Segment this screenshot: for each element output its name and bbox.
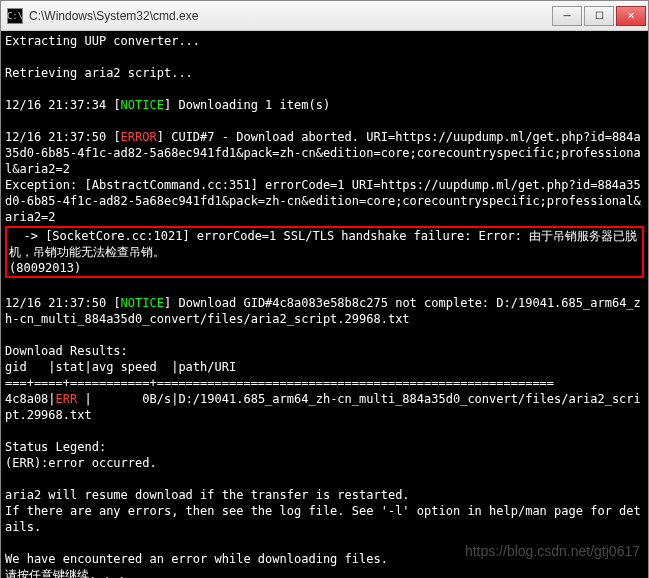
terminal-output[interactable]: Extracting UUP converter... Retrieving a…	[1, 31, 648, 578]
row-rest: | 0B/s|D:/19041.685_arm64_zh-cn_multi_88…	[5, 392, 641, 422]
press-any-key: 请按任意键继续. . .	[5, 568, 132, 578]
exception-msg: Exception: [AbstractCommand.cc:351] erro…	[5, 178, 641, 224]
cmd-window: C:\ C:\Windows\System32\cmd.exe ─ ☐ ✕ Ex…	[0, 0, 649, 578]
resume-msg: aria2 will resume download if the transf…	[5, 488, 410, 502]
watermark: https://blog.csdn.net/gtj0617	[465, 543, 640, 559]
notice-tag: NOTICE	[121, 98, 164, 112]
ssl-error-msg: -> [SocketCore.cc:1021] errorCode=1 SSL/…	[9, 229, 637, 275]
line-extract: Extracting UUP converter...	[5, 34, 200, 48]
encountered-error-msg: We have encountered an error while downl…	[5, 552, 388, 566]
window-title: C:\Windows\System32\cmd.exe	[29, 9, 552, 23]
timestamp: 12/16 21:37:50	[5, 296, 106, 310]
line-retrieve: Retrieving aria2 script...	[5, 66, 193, 80]
error-tag: ERROR	[121, 130, 157, 144]
status-legend: Status Legend:	[5, 440, 106, 454]
log-hint-msg: If there are any errors, then see the lo…	[5, 504, 641, 534]
ssl-error-highlight: -> [SocketCore.cc:1021] errorCode=1 SSL/…	[5, 226, 644, 278]
download-results-header: Download Results:	[5, 344, 128, 358]
separator: ===+====+===========+===================…	[5, 376, 554, 390]
app-icon: C:\	[7, 8, 23, 24]
notice-tag: NOTICE	[121, 296, 164, 310]
download-results-columns: gid |stat|avg speed |path/URI	[5, 360, 236, 374]
err-legend: (ERR):error occurred.	[5, 456, 157, 470]
timestamp: 12/16 21:37:34	[5, 98, 106, 112]
close-button[interactable]: ✕	[616, 6, 646, 26]
download-msg: Downloading 1 item(s)	[171, 98, 330, 112]
maximize-button[interactable]: ☐	[584, 6, 614, 26]
minimize-button[interactable]: ─	[552, 6, 582, 26]
timestamp: 12/16 21:37:50	[5, 130, 106, 144]
cursor: _	[132, 568, 139, 578]
titlebar: C:\ C:\Windows\System32\cmd.exe ─ ☐ ✕	[1, 1, 648, 31]
gid-cell: 4c8a08|	[5, 392, 56, 406]
window-controls: ─ ☐ ✕	[552, 6, 648, 26]
err-stat: ERR	[56, 392, 78, 406]
